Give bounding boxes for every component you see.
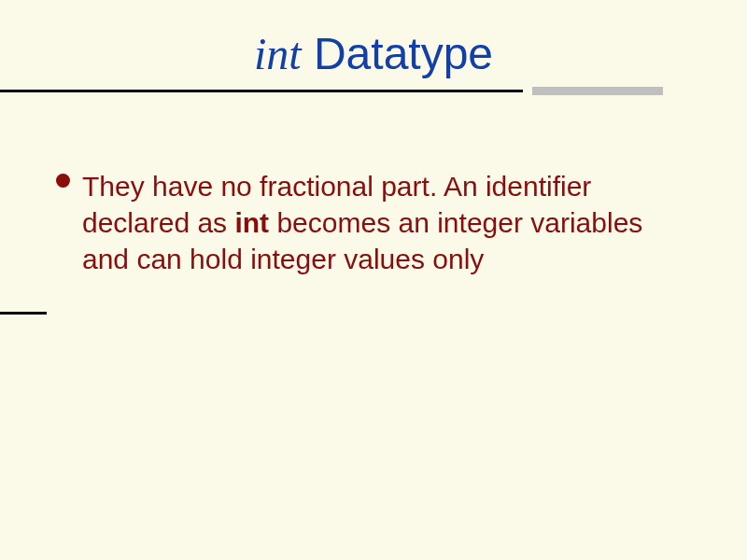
bullet-text-bold-keyword: int	[234, 207, 269, 238]
slide-title: int Datatype	[0, 28, 747, 79]
title-underline-main	[0, 90, 523, 92]
title-rest: Datatype	[302, 29, 493, 78]
bullet-item: They have no fractional part. An identif…	[56, 168, 691, 277]
title-italic-keyword: int	[254, 29, 302, 78]
title-underline-accent	[532, 87, 663, 95]
slide-body: They have no fractional part. An identif…	[56, 168, 691, 277]
left-accent-bar	[0, 312, 47, 315]
bullet-text: They have no fractional part. An identif…	[82, 168, 691, 277]
bullet-dot-icon	[56, 174, 70, 188]
